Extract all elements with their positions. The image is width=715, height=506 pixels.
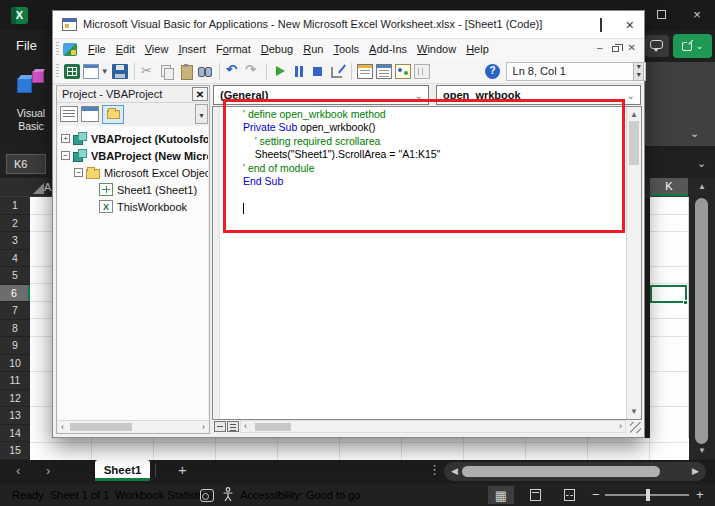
- row-header-1[interactable]: 1: [0, 197, 30, 215]
- toolbar-overflow-button[interactable]: ▼▼: [633, 62, 644, 81]
- add-sheet-button[interactable]: +: [178, 461, 187, 478]
- project-horizontal-scrollbar[interactable]: ‹ ›: [58, 420, 208, 432]
- row-header-12[interactable]: 12: [0, 390, 30, 408]
- child-close-button[interactable]: ✕: [628, 42, 636, 53]
- zoom-out-button[interactable]: −: [592, 487, 600, 502]
- macro-record-icon[interactable]: [200, 489, 214, 502]
- vba-menu-run[interactable]: Run: [298, 41, 328, 57]
- scroll-up-icon[interactable]: ▲: [627, 110, 641, 119]
- horizontal-scroll-thumb[interactable]: [462, 466, 660, 477]
- vba-close-button[interactable]: ×: [626, 17, 634, 33]
- expand-icon[interactable]: +: [61, 134, 70, 143]
- insert-dropdown-icon[interactable]: ▼: [101, 67, 109, 76]
- row-header-8[interactable]: 8: [0, 320, 30, 338]
- column-header-k[interactable]: K: [650, 178, 688, 196]
- row-header-14[interactable]: 14: [0, 425, 30, 443]
- object-browser-icon[interactable]: [395, 64, 411, 79]
- tree-item[interactable]: −Microsoft Excel Objects: [58, 164, 208, 181]
- full-module-view-button[interactable]: [227, 421, 239, 432]
- tree-item[interactable]: −VBAProject (New Microsoft: [58, 147, 208, 164]
- excel-maximize-button[interactable]: [648, 3, 674, 25]
- code-vscroll-thumb[interactable]: [629, 121, 639, 165]
- page-break-button[interactable]: [556, 486, 582, 504]
- row-header-3[interactable]: 3: [0, 232, 30, 250]
- status-sheet-info[interactable]: Sheet 1 of 1: [50, 489, 109, 501]
- share-button[interactable]: ⌄: [673, 34, 712, 58]
- select-all-button[interactable]: [0, 178, 47, 196]
- child-restore-button[interactable]: [612, 46, 619, 52]
- undo-icon[interactable]: [225, 64, 241, 79]
- toggle-folders-button[interactable]: [102, 105, 124, 124]
- zoom-in-button[interactable]: +: [696, 487, 704, 502]
- row-header-15[interactable]: 15: [0, 442, 30, 460]
- project-panel-header[interactable]: Project - VBAProject ✕: [57, 86, 209, 103]
- find-icon[interactable]: [197, 64, 213, 79]
- vba-menu-file[interactable]: File: [83, 41, 111, 57]
- project-explorer-icon[interactable]: [357, 64, 373, 79]
- menubar-grip[interactable]: [56, 42, 59, 56]
- scroll-down-icon[interactable]: ▼: [689, 446, 715, 455]
- row-header-11[interactable]: 11: [0, 372, 30, 390]
- tree-item[interactable]: +VBAProject (KutoolsforExce: [58, 130, 208, 147]
- project-close-button[interactable]: ✕: [192, 87, 208, 101]
- grid-cells-left[interactable]: [30, 197, 52, 460]
- vba-menu-insert[interactable]: Insert: [173, 41, 211, 57]
- vba-maximize-button[interactable]: [600, 19, 602, 31]
- collapse-icon[interactable]: −: [61, 151, 70, 160]
- sheet-more-icon[interactable]: ⋮: [428, 462, 441, 477]
- vba-menu-add-ins[interactable]: Add-Ins: [364, 41, 412, 57]
- vba-menu-debug[interactable]: Debug: [256, 41, 298, 57]
- insert-userform-icon[interactable]: [83, 64, 99, 79]
- grid-horizontal-scrollbar[interactable]: ◀ ▶: [444, 462, 706, 481]
- view-code-icon[interactable]: [60, 106, 78, 122]
- row-header-13[interactable]: 13: [0, 407, 30, 425]
- row-header-5[interactable]: 5: [0, 267, 30, 285]
- copy-icon[interactable]: [159, 64, 175, 79]
- code-hscroll-thumb[interactable]: [255, 423, 291, 431]
- row-header-9[interactable]: 9: [0, 337, 30, 355]
- scroll-left-icon[interactable]: ‹: [244, 421, 247, 431]
- reset-icon[interactable]: [310, 64, 326, 79]
- view-microsoft-excel-icon[interactable]: [64, 64, 80, 79]
- row-header-4[interactable]: 4: [0, 250, 30, 268]
- vba-menu-edit[interactable]: Edit: [111, 41, 140, 57]
- ribbon-collapse-chevron-icon[interactable]: ⌄: [690, 127, 699, 140]
- sheet-tab-sheet1[interactable]: Sheet1: [95, 460, 150, 481]
- toolbar-grip[interactable]: [56, 64, 59, 78]
- excel-close-button[interactable]: ×: [684, 3, 710, 25]
- code-horizontal-scrollbar[interactable]: ‹ ›: [240, 420, 626, 433]
- row-header-10[interactable]: 10: [0, 355, 30, 373]
- status-workbook-statistics[interactable]: Workbook Statistics: [115, 489, 211, 501]
- comments-button[interactable]: [645, 35, 669, 57]
- name-box[interactable]: K6: [6, 154, 46, 174]
- project-scroll-dropdown[interactable]: ▼: [195, 104, 208, 124]
- sheet-next-button[interactable]: ›: [46, 463, 50, 478]
- scroll-down-icon[interactable]: ▼: [627, 407, 641, 416]
- formula-bar-expand-icon[interactable]: ⌄: [697, 157, 706, 170]
- zoom-slider-thumb[interactable]: [646, 489, 650, 501]
- status-accessibility[interactable]: Accessibility: Good to go: [240, 489, 360, 501]
- normal-view-button[interactable]: ▦: [488, 486, 514, 504]
- collapse-icon[interactable]: −: [74, 168, 83, 177]
- vba-menu-format[interactable]: Format: [211, 41, 256, 57]
- tree-item[interactable]: Sheet1 (Sheet1): [58, 181, 208, 198]
- vba-titlebar[interactable]: Microsoft Visual Basic for Applications …: [53, 11, 644, 39]
- file-tab[interactable]: File: [16, 38, 37, 53]
- code-vertical-scrollbar[interactable]: ▲ ▼: [626, 107, 641, 419]
- break-icon[interactable]: [291, 64, 307, 79]
- cut-icon[interactable]: [140, 64, 156, 79]
- toolbox-icon[interactable]: [414, 64, 430, 79]
- scroll-right-icon[interactable]: ›: [202, 422, 205, 432]
- scroll-left-icon[interactable]: ‹: [61, 422, 64, 432]
- design-mode-icon[interactable]: [329, 64, 345, 79]
- row-header-2[interactable]: 2: [0, 215, 30, 233]
- properties-window-icon[interactable]: [376, 64, 392, 79]
- vba-menu-view[interactable]: View: [140, 41, 174, 57]
- row-header-6[interactable]: 6: [0, 285, 30, 303]
- project-scroll-thumb[interactable]: [70, 423, 132, 431]
- page-layout-button[interactable]: [522, 486, 548, 504]
- vertical-scroll-thumb[interactable]: [695, 198, 708, 444]
- redo-icon[interactable]: [244, 64, 260, 79]
- grid-cells-right[interactable]: [650, 197, 689, 460]
- scroll-up-icon[interactable]: ▲: [689, 182, 715, 191]
